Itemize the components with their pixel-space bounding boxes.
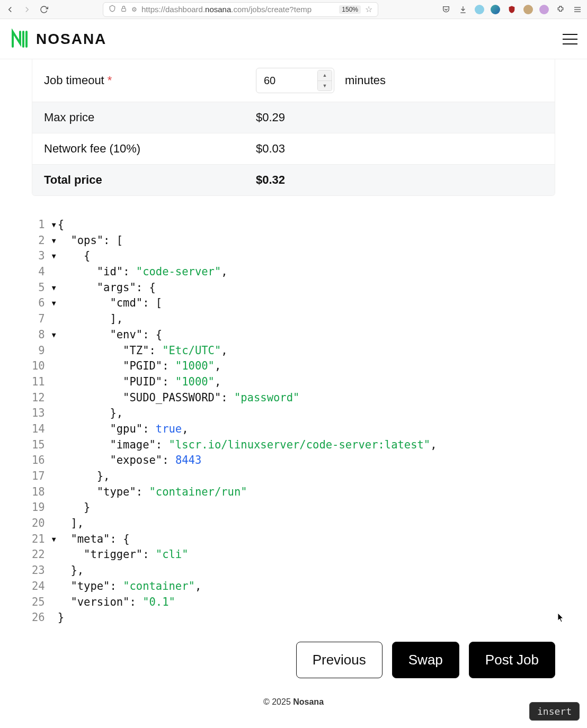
url-text: https://dashboard.nosana.com/jobs/create… xyxy=(141,5,335,14)
total-price-value: $0.32 xyxy=(256,173,285,187)
logo[interactable]: NOSANA xyxy=(10,29,106,50)
url-bar[interactable]: ⚙ https://dashboard.nosana.com/jobs/crea… xyxy=(103,2,378,17)
permissions-icon: ⚙ xyxy=(131,6,137,13)
previous-button[interactable]: Previous xyxy=(296,642,383,678)
row-network-fee: Network fee (10%) $0.03 xyxy=(32,133,555,164)
extensions-icon[interactable] xyxy=(555,4,566,15)
site-header: NOSANA xyxy=(0,19,587,59)
action-buttons: Previous Swap Post Job xyxy=(0,626,587,678)
stepper-down-icon[interactable]: ▼ xyxy=(318,80,332,91)
editor-code[interactable]: ▼{▼ "ops": [▼ { "id": "code-server",▼ "a… xyxy=(50,217,437,626)
json-editor[interactable]: 1234567891011121314151617181920212223242… xyxy=(32,217,555,626)
ext-icon-3[interactable] xyxy=(523,5,533,14)
timeout-unit: minutes xyxy=(345,74,386,87)
ext-icon-ublock[interactable] xyxy=(506,4,517,15)
svg-rect-0 xyxy=(122,8,126,11)
shield-icon xyxy=(109,5,116,14)
job-timeout-stepper[interactable]: ▲ ▼ xyxy=(317,70,332,91)
stepper-up-icon[interactable]: ▲ xyxy=(318,70,332,80)
ext-icon-2[interactable] xyxy=(491,5,500,14)
vim-mode-indicator: insert xyxy=(529,702,580,721)
forward-button[interactable] xyxy=(21,4,33,15)
logo-text: NOSANA xyxy=(36,31,106,48)
row-job-timeout: Job timeout * ▲ ▼ minutes xyxy=(32,59,555,102)
swap-button[interactable]: Swap xyxy=(392,642,459,678)
zoom-badge[interactable]: 150% xyxy=(339,5,361,14)
reload-button[interactable] xyxy=(38,4,50,15)
pocket-icon[interactable] xyxy=(441,4,451,15)
row-max-price: Max price $0.29 xyxy=(32,102,555,133)
downloads-icon[interactable] xyxy=(458,4,468,15)
total-price-label: Total price xyxy=(44,173,256,187)
max-price-value: $0.29 xyxy=(256,111,285,124)
logo-icon xyxy=(10,29,31,50)
bookmark-star-icon[interactable]: ☆ xyxy=(365,4,372,14)
editor-gutter: 1234567891011121314151617181920212223242… xyxy=(32,217,50,626)
job-timeout-label: Job timeout * xyxy=(44,74,256,87)
post-job-button[interactable]: Post Job xyxy=(469,642,555,678)
ext-icon-4[interactable] xyxy=(539,5,549,14)
network-fee-value: $0.03 xyxy=(256,142,285,156)
lock-icon xyxy=(120,5,127,14)
row-total-price: Total price $0.32 xyxy=(32,164,555,195)
app-menu-icon[interactable] xyxy=(572,4,583,15)
ext-icon-1[interactable] xyxy=(475,5,484,14)
browser-toolbar: ⚙ https://dashboard.nosana.com/jobs/crea… xyxy=(0,0,587,19)
network-fee-label: Network fee (10%) xyxy=(44,142,256,156)
hamburger-menu-icon[interactable] xyxy=(563,34,577,44)
max-price-label: Max price xyxy=(44,111,256,124)
copyright: © 2025 Nosana xyxy=(0,697,587,707)
pricing-table: Job timeout * ▲ ▼ minutes Max price $0.2… xyxy=(32,59,555,196)
back-button[interactable] xyxy=(4,4,16,15)
